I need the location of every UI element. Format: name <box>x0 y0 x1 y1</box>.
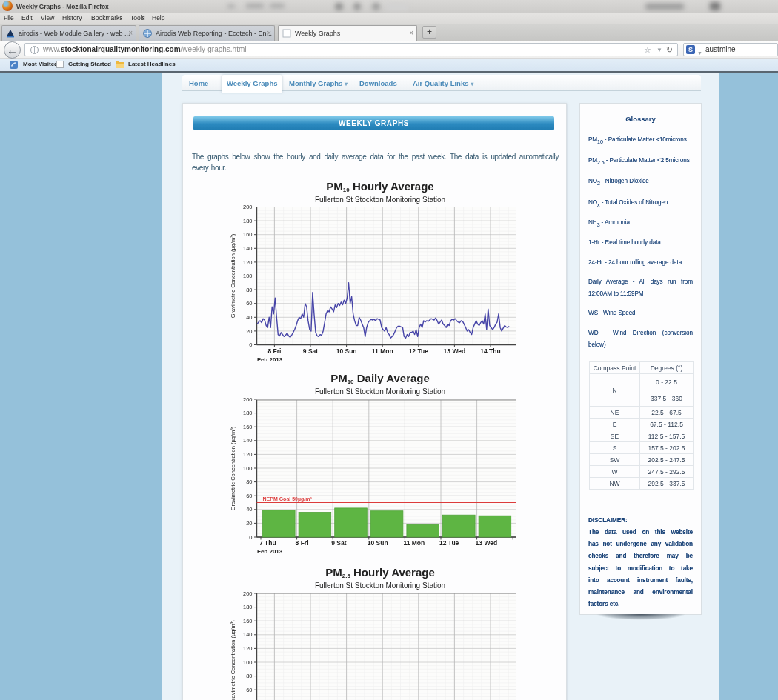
svg-text:60: 60 <box>246 300 252 307</box>
svg-text:160: 160 <box>243 231 253 238</box>
svg-text:100: 100 <box>243 465 253 472</box>
svg-text:7 Thu: 7 Thu <box>259 539 276 547</box>
svg-text:Gravimetric Concentration (µg/: Gravimetric Concentration (µg/m³) <box>230 426 236 510</box>
svg-text:40: 40 <box>246 314 252 321</box>
svg-text:20: 20 <box>246 328 252 335</box>
svg-text:PM10 Hourly Average: PM10 Hourly Average <box>326 180 433 193</box>
svg-text:14 Thu: 14 Thu <box>480 347 500 355</box>
svg-text:13 Wed: 13 Wed <box>476 539 498 547</box>
svg-text:200: 200 <box>243 396 253 403</box>
svg-text:11 Mon: 11 Mon <box>372 347 393 355</box>
svg-text:20: 20 <box>246 520 252 527</box>
svg-text:120: 120 <box>243 259 253 266</box>
svg-text:140: 140 <box>243 245 253 252</box>
svg-text:PM2.5 Hourly Average: PM2.5 Hourly Average <box>325 566 435 579</box>
svg-text:Gravimetric Concentration (µg/: Gravimetric Concentration (µg/m³) <box>230 620 236 700</box>
svg-text:60: 60 <box>246 687 252 693</box>
svg-text:Feb 2013: Feb 2013 <box>257 356 283 363</box>
svg-text:80: 80 <box>246 479 252 485</box>
svg-text:80: 80 <box>246 287 252 293</box>
svg-text:120: 120 <box>243 451 253 458</box>
svg-text:100: 100 <box>243 659 253 666</box>
svg-text:8 Fri: 8 Fri <box>296 539 309 547</box>
svg-text:0: 0 <box>249 341 252 348</box>
svg-text:11 Mon: 11 Mon <box>403 539 425 547</box>
svg-text:Feb 2013: Feb 2013 <box>257 548 283 555</box>
svg-text:8 Fri: 8 Fri <box>267 347 281 355</box>
svg-text:180: 180 <box>243 218 253 224</box>
svg-text:60: 60 <box>246 493 252 499</box>
svg-text:PM10 Daily Average: PM10 Daily Average <box>330 372 430 385</box>
svg-text:40: 40 <box>246 506 252 513</box>
svg-text:Gravimetric Concentration (µg/: Gravimetric Concentration (µg/m³) <box>230 233 236 318</box>
svg-text:9 Sat: 9 Sat <box>303 347 318 355</box>
svg-text:10 Sun: 10 Sun <box>368 539 388 547</box>
svg-text:100: 100 <box>243 273 253 279</box>
svg-text:NEPM Goal 50µg/m³: NEPM Goal 50µg/m³ <box>263 496 313 502</box>
svg-text:13 Wed: 13 Wed <box>444 347 466 355</box>
svg-text:80: 80 <box>246 673 252 679</box>
svg-text:Fullerton St Stockton Monitori: Fullerton St Stockton Monitoring Station <box>315 196 445 204</box>
svg-text:9 Sat: 9 Sat <box>331 539 346 547</box>
svg-text:Fullerton St Stockton Monitori: Fullerton St Stockton Monitoring Station <box>315 581 445 590</box>
svg-text:120: 120 <box>243 645 253 652</box>
svg-text:0: 0 <box>249 534 252 541</box>
svg-text:Fullerton St Stockton Monitori: Fullerton St Stockton Monitoring Station <box>315 387 445 396</box>
svg-text:12 Tue: 12 Tue <box>439 539 459 547</box>
svg-text:200: 200 <box>243 590 253 597</box>
svg-text:12 Tue: 12 Tue <box>409 347 429 355</box>
svg-text:160: 160 <box>243 424 253 430</box>
svg-text:140: 140 <box>243 631 253 638</box>
svg-text:160: 160 <box>243 618 253 624</box>
svg-text:180: 180 <box>243 410 253 416</box>
svg-text:200: 200 <box>243 204 253 210</box>
svg-text:140: 140 <box>243 437 253 444</box>
svg-text:10 Sun: 10 Sun <box>336 347 357 355</box>
svg-text:180: 180 <box>243 604 253 610</box>
